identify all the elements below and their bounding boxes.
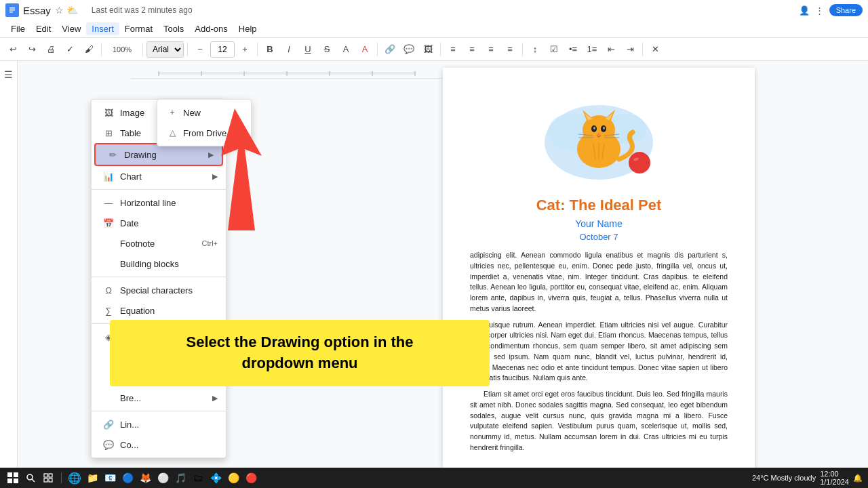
- task-view-btn[interactable]: [41, 470, 56, 485]
- menu-edit[interactable]: Edit: [31, 22, 56, 35]
- text-color-btn[interactable]: A: [356, 41, 374, 58]
- account-icon[interactable]: 👤: [799, 5, 810, 16]
- menu-insert[interactable]: Insert: [86, 22, 119, 35]
- menu-tools[interactable]: Tools: [158, 22, 189, 35]
- menu-item-watermark[interactable]: ◈ Watermark New: [92, 327, 226, 347]
- undo-btn[interactable]: ↩: [4, 41, 22, 58]
- taskbar-music[interactable]: 🎵: [173, 470, 188, 485]
- insert-menu[interactable]: 🖼 Image ▶ ⊞ Table ▶ ✏ Drawing ▶ 📊 Chart: [91, 99, 226, 458]
- search-taskbar[interactable]: [23, 470, 38, 485]
- more-icon[interactable]: ⋮: [815, 5, 824, 16]
- notifications[interactable]: 🔔: [853, 474, 863, 483]
- menu-item-footnote[interactable]: Footnote Ctrl+: [92, 233, 226, 253]
- svg-rect-35: [49, 474, 52, 477]
- italic-btn[interactable]: I: [280, 41, 298, 58]
- taskbar-app3[interactable]: 🔴: [243, 470, 258, 485]
- toolbar-divider-2: [142, 43, 143, 56]
- taskbar-google[interactable]: ⚪: [155, 470, 170, 485]
- strikethrough-btn[interactable]: S: [318, 41, 336, 58]
- spellcheck-btn[interactable]: ✓: [61, 41, 79, 58]
- menu-item-page-numbers[interactable]: Page numbers ▶: [92, 367, 226, 388]
- decrease-indent-btn[interactable]: ⇤: [602, 41, 620, 58]
- toolbar-divider-1: [101, 43, 102, 56]
- taskbar-firefox[interactable]: 🦊: [138, 470, 153, 485]
- document-page: Cat: The Ideal Pet Your Name October 7 a…: [443, 68, 755, 468]
- align-right[interactable]: ≡: [482, 41, 500, 58]
- taskbar-app2[interactable]: 🟡: [226, 470, 241, 485]
- menu-file[interactable]: File: [5, 22, 31, 35]
- menu-item-table[interactable]: ⊞ Table ▶: [92, 123, 226, 143]
- menu-item-break[interactable]: Bre... ▶: [92, 388, 226, 408]
- menu-addons[interactable]: Add-ons: [189, 22, 233, 35]
- menu-help[interactable]: Help: [233, 22, 262, 35]
- font-size-increase[interactable]: +: [236, 41, 254, 58]
- menu-item-date[interactable]: 📅 Date: [92, 213, 226, 233]
- menu-format[interactable]: Format: [119, 22, 158, 35]
- title-bar-right: 👤 ⋮ Share: [799, 4, 863, 16]
- underline-btn[interactable]: U: [299, 41, 317, 58]
- ruler: | | | | | | |: [131, 68, 443, 79]
- align-left[interactable]: ≡: [444, 41, 462, 58]
- menu-item-chart[interactable]: 📊 Chart ▶: [92, 166, 226, 186]
- align-center[interactable]: ≡: [463, 41, 481, 58]
- clear-formatting-btn[interactable]: ✕: [646, 41, 664, 58]
- taskbar-app1[interactable]: 💠: [208, 470, 223, 485]
- image-btn[interactable]: 🖼: [419, 41, 437, 58]
- drawing-icon: ✏: [106, 148, 119, 161]
- svg-point-25: [629, 152, 650, 174]
- menu-item-comment[interactable]: 💬 Co...: [92, 434, 226, 455]
- clock: 12:001/1/2024: [820, 470, 849, 486]
- highlight-btn[interactable]: A: [337, 41, 355, 58]
- star-icon[interactable]: ☆: [55, 5, 64, 16]
- outline-icon[interactable]: ☰: [4, 69, 13, 80]
- redo-btn[interactable]: ↪: [23, 41, 41, 58]
- body-paragraph-1: adipiscing elit. Aenean commodo ligula e…: [470, 250, 728, 314]
- link-btn[interactable]: 🔗: [381, 41, 399, 58]
- toolbar-divider-3: [187, 43, 188, 56]
- menu-item-building-blocks[interactable]: Building blocks: [92, 253, 226, 274]
- share-btn[interactable]: Share: [829, 4, 863, 16]
- link-icon: 🔗: [102, 418, 115, 430]
- menu-item-headers-footers[interactable]: Headers & footers ▶: [92, 347, 226, 367]
- table-icon: ⊞: [102, 127, 115, 139]
- menu-item-drawing[interactable]: ✏ Drawing ▶: [94, 143, 223, 166]
- taskbar-files[interactable]: 🗂: [191, 470, 205, 485]
- menu-view[interactable]: View: [56, 22, 86, 35]
- comment-btn[interactable]: 💬: [400, 41, 418, 58]
- line-spacing-btn[interactable]: ↕: [526, 41, 544, 58]
- start-btn[interactable]: [5, 470, 20, 485]
- document-title: Essay: [23, 5, 51, 16]
- zoom-btn[interactable]: 100%: [105, 41, 139, 58]
- toolbar-divider-4: [257, 43, 258, 56]
- menu-item-horizontal-line[interactable]: — Horizontal line: [92, 192, 226, 213]
- watermark-icon: ◈: [102, 331, 115, 343]
- menu-item-link[interactable]: 🔗 Lin...: [92, 414, 226, 434]
- menu-divider-2: [92, 277, 226, 277]
- svg-rect-34: [44, 474, 47, 477]
- bold-btn[interactable]: B: [261, 41, 279, 58]
- taskbar-chrome[interactable]: 🔵: [120, 470, 135, 485]
- page-numbers-icon: [102, 371, 115, 384]
- toolbar-divider-7: [522, 43, 523, 56]
- checklist-btn[interactable]: ☑: [545, 41, 563, 58]
- image-icon: 🖼: [102, 106, 115, 119]
- menu-item-image[interactable]: 🖼 Image ▶: [92, 102, 226, 123]
- menu-item-equation[interactable]: ∑ Equation: [92, 300, 226, 321]
- increase-indent-btn[interactable]: ⇥: [621, 41, 639, 58]
- font-selector[interactable]: Arial: [146, 41, 184, 58]
- blocks-icon: [102, 258, 115, 270]
- date-icon: 📅: [102, 217, 115, 229]
- paint-format-btn[interactable]: 🖌: [80, 41, 98, 58]
- menu-item-special-characters[interactable]: Ω Special characters: [92, 280, 226, 300]
- numbered-list-btn[interactable]: 1≡: [583, 41, 601, 58]
- taskbar-explorer[interactable]: 📁: [85, 470, 100, 485]
- bullet-list-btn[interactable]: •≡: [564, 41, 582, 58]
- font-size-input[interactable]: [210, 41, 235, 58]
- taskbar-edge[interactable]: 🌐: [67, 470, 82, 485]
- svg-rect-29: [14, 472, 18, 477]
- print-btn[interactable]: 🖨: [42, 41, 60, 58]
- taskbar-mail[interactable]: 📧: [102, 470, 117, 485]
- font-size-decrease[interactable]: −: [191, 41, 209, 58]
- svg-rect-36: [44, 479, 47, 482]
- align-justify[interactable]: ≡: [501, 41, 519, 58]
